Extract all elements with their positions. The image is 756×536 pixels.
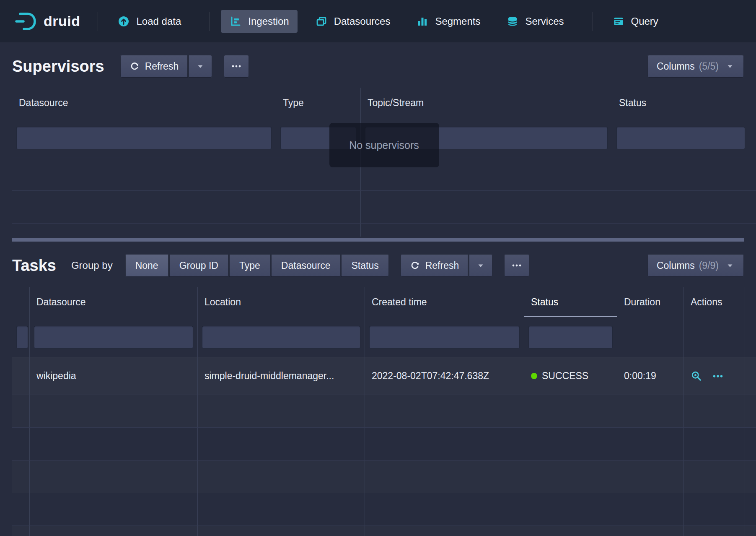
location-filter-input[interactable]	[202, 326, 360, 349]
empty-cell	[30, 395, 198, 427]
nav-query[interactable]: Query	[604, 10, 667, 33]
table-row[interactable]: wikipedia simple-druid-middlemanager... …	[12, 357, 756, 395]
tasks-columns-button[interactable]: Columns (9/9)	[647, 254, 744, 277]
column-header-datasource[interactable]: Datasource	[12, 88, 276, 118]
datasource-filter-input[interactable]	[34, 326, 193, 349]
tasks-refresh-group: Refresh	[401, 254, 493, 277]
load-data-icon	[117, 15, 130, 28]
tasks-table-header: Datasource Location Created time Status …	[12, 287, 756, 317]
supervisors-more-button[interactable]	[224, 55, 249, 78]
duration-cell[interactable]: 0:00:19	[617, 357, 684, 395]
column-header-datasource[interactable]: Datasource	[30, 287, 198, 317]
supervisors-refresh-button[interactable]: Refresh	[120, 55, 188, 78]
created-time-filter-input[interactable]	[369, 326, 520, 349]
more-icon	[231, 61, 242, 72]
filter-cell	[361, 118, 612, 158]
column-header-duration[interactable]: Duration	[617, 287, 684, 317]
supervisors-columns-button[interactable]: Columns (5/5)	[647, 55, 744, 78]
nav-segments[interactable]: Segments	[408, 10, 489, 33]
nav-label: Services	[525, 16, 564, 27]
column-header-status[interactable]: Status	[524, 287, 617, 317]
nav-datasources[interactable]: Datasources	[307, 10, 399, 33]
chevron-down-icon	[196, 62, 205, 71]
group-by-type-button[interactable]: Type	[229, 254, 270, 277]
navbar-divider	[210, 12, 210, 31]
tasks-toolbar: Tasks Group by None Group ID Type Dataso…	[0, 243, 756, 287]
column-header-location[interactable]: Location	[198, 287, 365, 317]
empty-cell	[524, 428, 617, 460]
column-header-topic-stream[interactable]: Topic/Stream	[361, 88, 612, 118]
empty-cell	[12, 224, 276, 237]
group-by-status-button[interactable]: Status	[341, 254, 388, 277]
column-header-created-time[interactable]: Created time	[365, 287, 524, 317]
nav-label: Load data	[136, 16, 181, 27]
supervisors-table-header: Datasource Type Topic/Stream Status	[12, 88, 756, 118]
status-filter-input[interactable]	[528, 326, 613, 349]
datasource-filter-input[interactable]	[16, 127, 272, 149]
status-cell[interactable]: SUCCESS	[524, 357, 617, 395]
navbar-divider	[98, 12, 98, 31]
supervisors-refresh-caret-button[interactable]	[189, 55, 212, 78]
group-by-datasource-button[interactable]: Datasource	[271, 254, 341, 277]
empty-cell	[524, 395, 617, 427]
supervisors-filter-row	[12, 118, 756, 158]
group-by-group-id-button[interactable]: Group ID	[169, 254, 228, 277]
empty-cell	[617, 526, 684, 536]
created-time-cell[interactable]: 2022-08-02T07:42:47.638Z	[365, 357, 524, 395]
columns-count: (5/5)	[699, 61, 719, 72]
tasks-table: Datasource Location Created time Status …	[12, 287, 756, 536]
tasks-refresh-caret-button[interactable]	[469, 254, 492, 277]
empty-cell	[365, 461, 524, 493]
section-resize-splitter[interactable]	[12, 238, 744, 242]
group-by-none-button[interactable]: None	[125, 254, 168, 277]
nav-ingestion[interactable]: Ingestion	[221, 10, 297, 33]
nav-label: Ingestion	[248, 16, 289, 27]
datasource-cell[interactable]: wikipedia	[30, 357, 198, 395]
task-detail-button[interactable]	[691, 370, 702, 382]
nav-services[interactable]: Services	[498, 10, 572, 33]
empty-cell	[198, 395, 365, 427]
table-gutter	[745, 287, 756, 317]
filter-cell	[617, 317, 684, 357]
status-filter-input[interactable]	[616, 127, 745, 149]
type-filter-input[interactable]	[280, 127, 356, 149]
topic-stream-filter-input[interactable]	[365, 127, 608, 149]
datasources-icon	[315, 15, 328, 28]
empty-cell	[617, 395, 684, 427]
column-header-blank	[12, 287, 30, 317]
empty-cell	[30, 526, 198, 536]
leading-filter-input[interactable]	[16, 326, 28, 349]
refresh-label: Refresh	[145, 61, 179, 72]
table-gutter	[745, 526, 756, 536]
empty-cell	[361, 224, 612, 237]
empty-cell	[524, 461, 617, 493]
column-header-status[interactable]: Status	[612, 88, 756, 118]
empty-cell	[612, 224, 756, 237]
tasks-refresh-button[interactable]: Refresh	[401, 254, 469, 277]
druid-logo[interactable]: druid	[14, 12, 80, 31]
group-by-button-group: None Group ID Type Datasource Status	[125, 254, 389, 277]
table-row	[12, 493, 756, 526]
column-header-type[interactable]: Type	[276, 88, 361, 118]
tasks-filter-row	[12, 317, 756, 357]
chevron-down-icon	[725, 261, 735, 270]
tasks-title: Tasks	[12, 257, 56, 275]
empty-cell	[617, 461, 684, 493]
filter-cell	[612, 118, 756, 158]
table-row	[12, 395, 756, 428]
empty-cell	[684, 493, 745, 526]
table-row	[12, 526, 756, 536]
table-row	[12, 191, 756, 224]
empty-cell	[30, 493, 198, 526]
empty-cell	[612, 191, 756, 223]
supervisors-section: Supervisors Refresh	[0, 42, 756, 237]
nav-load-data[interactable]: Load data	[109, 10, 189, 33]
tasks-more-button[interactable]	[504, 254, 529, 277]
task-actions-menu-button[interactable]	[712, 370, 724, 382]
empty-cell	[12, 461, 30, 493]
refresh-icon	[129, 61, 140, 71]
group-by-label: Group by	[71, 260, 113, 271]
column-header-actions[interactable]: Actions	[684, 287, 745, 317]
location-cell[interactable]: simple-druid-middlemanager...	[198, 357, 365, 395]
status-label: SUCCESS	[542, 370, 588, 382]
